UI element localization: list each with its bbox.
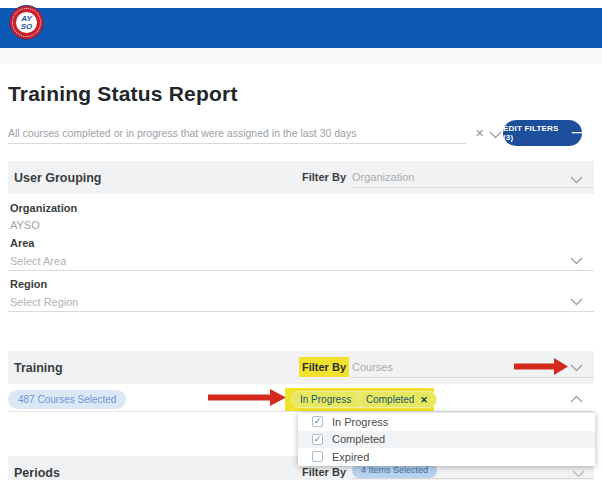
- filter-by-highlight-annotation: Filter By: [299, 357, 349, 377]
- option-label: Expired: [332, 451, 369, 463]
- periods-filter-by-label: Filter By: [302, 466, 346, 478]
- courses-selected-chip: 487 Courses Selected: [8, 390, 126, 409]
- chevron-down-icon[interactable]: [570, 298, 583, 306]
- chevron-down-icon[interactable]: [570, 176, 583, 184]
- page-title: Training Status Report: [8, 82, 238, 106]
- saved-filter-underline: [8, 143, 466, 144]
- user-grouping-filter-by-select[interactable]: Organization: [352, 171, 414, 183]
- user-grouping-title: User Grouping: [14, 171, 102, 185]
- option-expired[interactable]: Expired: [298, 448, 595, 466]
- edit-filters-button[interactable]: EDIT FILTERS (3) —: [503, 120, 582, 146]
- collapse-minus-icon: —: [572, 127, 582, 138]
- option-completed[interactable]: ✓ Completed: [298, 431, 595, 449]
- region-select[interactable]: Select Region: [10, 296, 79, 308]
- chevron-down-icon[interactable]: [489, 131, 502, 139]
- training-filter-underline: [352, 377, 594, 378]
- training-title: Training: [14, 361, 63, 375]
- ayso-logo-text: AYSO: [16, 12, 37, 33]
- red-arrow-annotation: [208, 389, 286, 406]
- user-grouping-section-bar: User Grouping: [8, 161, 594, 194]
- area-label: Area: [10, 237, 34, 249]
- organization-value: AYSO: [10, 219, 40, 231]
- chevron-down-icon[interactable]: [570, 364, 583, 372]
- periods-title: Periods: [14, 466, 60, 480]
- option-in-progress[interactable]: ✓ In Progress: [298, 413, 595, 431]
- region-underline: [8, 311, 594, 312]
- checkbox-checked-icon[interactable]: ✓: [312, 434, 323, 445]
- ayso-logo-icon[interactable]: AYSO: [9, 5, 44, 40]
- status-chip-completed[interactable]: Completed ✕: [357, 391, 437, 408]
- red-arrow-annotation: [514, 358, 568, 375]
- status-dropdown-panel: ✓ In Progress ✓ Completed Expired: [298, 413, 595, 466]
- area-select[interactable]: Select Area: [10, 255, 66, 267]
- periods-filter-underline: [352, 478, 594, 479]
- user-grouping-filter-by-label: Filter By: [302, 171, 346, 183]
- chip-label: In Progress: [300, 394, 351, 405]
- remove-chip-icon[interactable]: ✕: [420, 395, 428, 405]
- app-header-bar: [0, 8, 602, 48]
- option-label: Completed: [332, 433, 385, 445]
- chevron-down-icon[interactable]: [570, 257, 583, 265]
- saved-filter-input[interactable]: All courses completed or in progress tha…: [8, 127, 458, 139]
- area-underline: [8, 270, 594, 271]
- chip-label: Completed: [366, 394, 414, 405]
- checkbox-unchecked-icon[interactable]: [312, 451, 323, 462]
- training-status-report-page: AYSO Training Status Report All courses …: [0, 0, 602, 480]
- checkbox-checked-icon[interactable]: ✓: [312, 416, 323, 427]
- edit-filters-label: EDIT FILTERS (3): [503, 124, 567, 142]
- chevron-up-icon[interactable]: [570, 395, 583, 403]
- region-label: Region: [10, 278, 47, 290]
- status-select-underline: [8, 411, 594, 412]
- training-filter-by-label: Filter By: [302, 361, 346, 373]
- header-sub-band: [0, 48, 602, 64]
- option-label: In Progress: [332, 416, 388, 428]
- organization-label: Organization: [10, 202, 77, 214]
- training-filter-by-select[interactable]: Courses: [352, 361, 393, 373]
- chevron-down-icon[interactable]: [572, 470, 585, 478]
- user-grouping-filter-underline: [352, 187, 594, 188]
- clear-filter-icon[interactable]: ✕: [475, 127, 484, 140]
